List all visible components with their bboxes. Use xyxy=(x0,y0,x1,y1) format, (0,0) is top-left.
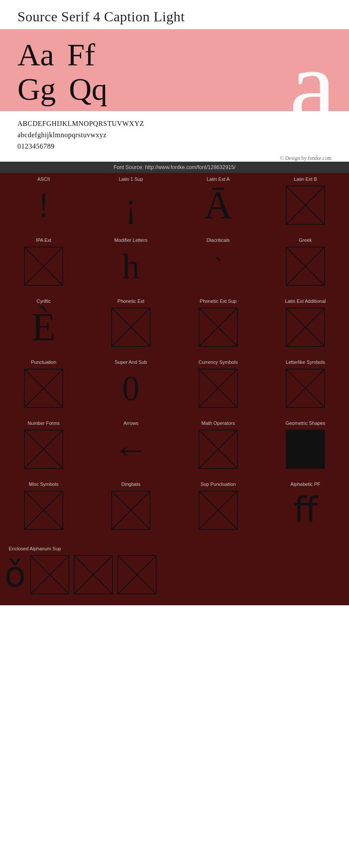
preview-row2: Gg Qq xyxy=(17,72,332,107)
placeholder-punctuation xyxy=(24,369,63,408)
char-cell-letterlikesymbols: Letterlike Symbols xyxy=(262,356,349,417)
char-cell-alphabeticpf: Alphabetic PF ﬀ xyxy=(262,478,349,539)
placeholder-enclosed2 xyxy=(30,555,69,594)
char-symbol-geometricshapes xyxy=(286,427,325,471)
header: Source Serif 4 Caption Light xyxy=(0,0,349,29)
char-cell-numberforms: Number Forms xyxy=(0,417,87,478)
char-grid: ASCII ! Latin 1 Sup ¡ Latin Ext A Ā Lati… xyxy=(0,173,349,539)
char-label-numberforms: Number Forms xyxy=(27,420,59,426)
char-label-punctuation: Punctuation xyxy=(31,359,56,365)
char-label-phoneticext: Phonetic Ext xyxy=(117,298,144,304)
char-symbol-letterlikesymbols xyxy=(286,366,325,410)
char-symbol-enclosedlast2 xyxy=(30,553,69,597)
char-label-miscsymbols: Misc Symbols xyxy=(29,481,58,487)
char-symbol-punctuation xyxy=(24,366,63,410)
char-symbol-mathoperators xyxy=(198,427,238,471)
char-symbol-phoneticextsup xyxy=(198,305,238,349)
last-row-label: Enclosed Alphanum Sup xyxy=(0,542,349,553)
char-cell-geometricshapes: Geometric Shapes xyxy=(262,417,349,478)
char-symbol-ipaext xyxy=(24,244,63,288)
char-cell-modletters: Modifier Letters h xyxy=(87,234,174,295)
char-label-arrows: Arrows xyxy=(123,420,138,426)
char-symbol-dingbats xyxy=(111,488,151,532)
preview-pair-aa: Aa xyxy=(17,38,54,72)
alphabet-digits: 0123456789 xyxy=(17,141,332,152)
last-row-symbols: ǒ xyxy=(0,553,349,597)
char-label-suppunctuation: Sup Punctuation xyxy=(201,481,236,487)
char-symbol-latin1sup: ¡ xyxy=(125,183,137,227)
char-symbol-arrows: ← xyxy=(113,427,148,471)
placeholder-ipaext xyxy=(24,247,63,286)
char-label-modletters: Modifier Letters xyxy=(114,237,147,243)
char-label-latinextb: Latin Ext B xyxy=(294,176,317,182)
placeholder-enclosed4 xyxy=(117,555,157,594)
char-symbol-numberforms xyxy=(24,427,63,471)
char-cell-ascii: ASCII ! xyxy=(0,173,87,234)
char-label-diacriticals: Diacriticals xyxy=(206,237,229,243)
char-cell-arrows: Arrows ← xyxy=(87,417,174,478)
char-cell-mathoperators: Math Operators xyxy=(174,417,262,478)
font-source-bar: Font Source: http://www.fontke.com/font/… xyxy=(0,162,349,173)
char-label-superandsub: Super And Sub xyxy=(115,359,147,365)
alphabet-upper: ABCDEFGHIJKLMNOPQRSTUVWXYZ xyxy=(17,118,332,129)
preview-pair-ff: Ff xyxy=(67,38,95,72)
char-cell-dingbats: Dingbats xyxy=(87,478,174,539)
char-symbol-ascii: ! xyxy=(38,183,50,227)
placeholder-greek xyxy=(286,247,325,286)
preview-pair-qq: Qq xyxy=(69,72,107,107)
char-cell-latinextadd: Latin Ext Additional xyxy=(262,295,349,356)
char-label-ipaext: IPA Ext xyxy=(36,237,51,243)
char-label-latinexta: Latin Ext A xyxy=(207,176,230,182)
placeholder-phoneticext xyxy=(111,308,151,347)
char-label-mathoperators: Math Operators xyxy=(202,420,235,426)
char-cell-punctuation: Punctuation xyxy=(0,356,87,417)
placeholder-latinextadd xyxy=(286,308,325,347)
placeholder-suppunctuation xyxy=(198,491,238,530)
char-cell-superandsub: Super And Sub 0 xyxy=(87,356,174,417)
preview-large-letter: a xyxy=(289,34,336,138)
preview-pair-gg: Gg xyxy=(17,72,56,107)
placeholder-letterlikesymbols xyxy=(286,369,325,408)
char-cell-currencysymbols: Currency Symbols xyxy=(174,356,262,417)
char-grid-last: Enclosed Alphanum Sup ǒ xyxy=(0,539,349,605)
char-symbol-currencysymbols xyxy=(198,366,238,410)
char-symbol-miscsymbols xyxy=(24,488,63,532)
char-symbol-latinextb xyxy=(286,183,325,227)
char-symbol-alphabeticpf: ﬀ xyxy=(294,488,318,532)
char-cell-miscsymbols: Misc Symbols xyxy=(0,478,87,539)
placeholder-currencysymbols xyxy=(198,369,238,408)
char-symbol-diacriticals: ` xyxy=(214,244,222,288)
char-label-dingbats: Dingbats xyxy=(121,481,140,487)
char-cell-latinextb: Latin Ext B xyxy=(262,173,349,234)
char-label-letterlikesymbols: Letterlike Symbols xyxy=(286,359,325,365)
char-label-latin1sup: Latin 1 Sup xyxy=(119,176,143,182)
char-cell-phoneticextsup: Phonetic Ext Sup xyxy=(174,295,262,356)
char-label-latinextadd: Latin Ext Additional xyxy=(285,298,326,304)
preview-section: Aa Ff Gg Qq a xyxy=(0,29,349,111)
placeholder-latinextb xyxy=(286,186,325,225)
solid-box-geometricshapes xyxy=(286,430,325,469)
alphabet-lower: abcdefghijklmnopqrstuvwxyz xyxy=(17,129,332,141)
char-label-geometricshapes: Geometric Shapes xyxy=(285,420,325,426)
char-label-greek: Greek xyxy=(299,237,312,243)
char-label-phoneticextsup: Phonetic Ext Sup xyxy=(200,298,236,304)
char-symbol-superandsub: 0 xyxy=(122,366,140,410)
dark-section: Font Source: http://www.fontke.com/font/… xyxy=(0,162,349,605)
char-label-currencysymbols: Currency Symbols xyxy=(198,359,238,365)
placeholder-enclosed3 xyxy=(74,555,113,594)
placeholder-miscsymbols xyxy=(24,491,63,530)
char-symbol-phoneticext xyxy=(111,305,151,349)
char-cell-latinexta: Latin Ext A Ā xyxy=(174,173,262,234)
char-symbol-enclosedlast1: ǒ xyxy=(4,553,26,597)
char-symbol-enclosedlast4 xyxy=(117,553,157,597)
char-label-cyrillic: Cyrillic xyxy=(37,298,51,304)
preview-row1: Aa Ff xyxy=(17,38,332,72)
placeholder-numberforms xyxy=(24,430,63,469)
placeholder-phoneticextsup xyxy=(198,308,238,347)
char-symbol-modletters: h xyxy=(122,244,140,288)
char-cell-cyrillic: Cyrillic È xyxy=(0,295,87,356)
char-cell-suppunctuation: Sup Punctuation xyxy=(174,478,262,539)
font-title: Source Serif 4 Caption Light xyxy=(17,9,332,25)
char-cell-phoneticext: Phonetic Ext xyxy=(87,295,174,356)
char-symbol-greek xyxy=(286,244,325,288)
